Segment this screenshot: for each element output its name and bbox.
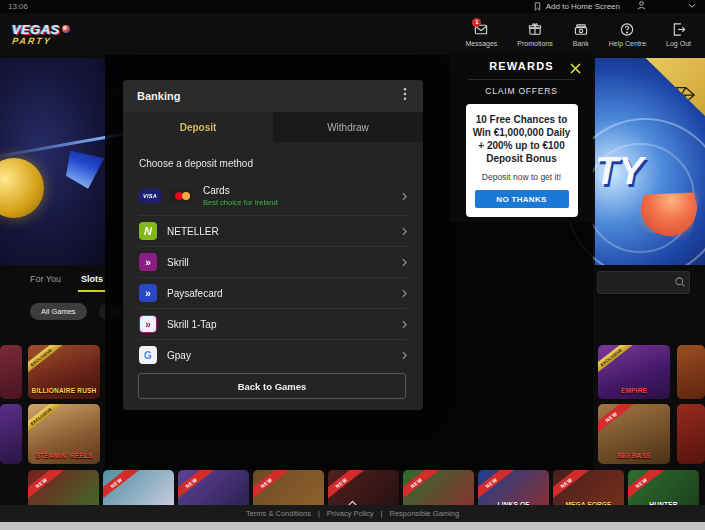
brand-line2: PARTY [11, 37, 70, 46]
exclusive-ribbon: EXCLUSIVE [28, 404, 67, 438]
tab-withdraw[interactable]: Withdraw [273, 112, 423, 142]
search-box[interactable] [597, 271, 690, 294]
gpay-icon: G [139, 346, 157, 364]
deposit-methods-list: VISA Cards Best choice for Ireland N NET… [139, 177, 407, 370]
nav-items: 1 Messages Promotions Bank Hel [465, 22, 691, 47]
footer-link-terms[interactable]: Terms & Conditions [246, 509, 311, 518]
tab-slots[interactable]: Slots [81, 274, 103, 292]
nav-bank-label: Bank [573, 40, 589, 47]
game-tile-partial[interactable] [0, 345, 22, 399]
game-title: BIG BASS [600, 452, 668, 459]
skrill-1tap-icon: » [139, 315, 157, 333]
method-label: Gpay [167, 350, 191, 361]
chevron-right-icon [402, 284, 407, 302]
chevron-right-icon [402, 253, 407, 271]
back-to-games-button[interactable]: Back to Games [138, 373, 406, 399]
chevron-down-icon[interactable] [687, 2, 697, 12]
gift-icon [527, 22, 543, 37]
skrill-icon: » [139, 253, 157, 271]
game-tile-partial[interactable] [0, 404, 22, 464]
exclusive-ribbon: EXCLUSIVE [28, 345, 67, 379]
offer-hint: Deposit now to get it! [472, 172, 572, 182]
nav-bar: VEGAS PARTY 1 Messages Promotions [0, 13, 705, 55]
method-label: Skrill 1-Tap [167, 319, 216, 330]
nav-bank[interactable]: Bank [573, 22, 589, 47]
page-bottom-strip [0, 522, 705, 530]
diamond-icon [664, 85, 698, 109]
footer-link-privacy[interactable]: Privacy Policy [327, 509, 374, 518]
new-ribbon: NEW [178, 470, 217, 505]
chevron-right-icon [402, 187, 407, 205]
method-gpay[interactable]: G Gpay [139, 339, 407, 370]
footer-separator: | [318, 509, 320, 518]
chevron-right-icon [402, 346, 407, 364]
exclusive-ribbon: EXCLUSIVE [598, 345, 637, 379]
game-tile-empire[interactable]: EXCLUSIVE EMPIRE [598, 345, 670, 399]
kebab-menu-icon[interactable] [401, 85, 409, 107]
add-to-home-button[interactable]: Add to Home Screen [533, 1, 620, 12]
game-tile-billionaire-rush[interactable]: EXCLUSIVE BILLIONAIRE RUSH [28, 345, 100, 399]
status-bar: 13:06 Add to Home Screen [0, 0, 705, 13]
hero-headline-fragment: TY [595, 150, 644, 193]
tab-for-you[interactable]: For You [30, 274, 61, 292]
method-label: NETELLER [167, 226, 219, 237]
search-icon [674, 274, 686, 292]
new-ribbon: NEW [478, 470, 517, 505]
clock: 13:06 [8, 2, 28, 11]
footer: Terms & Conditions | Privacy Policy | Re… [0, 505, 705, 522]
no-thanks-button[interactable]: NO THANKS [475, 190, 569, 208]
chevron-right-icon [402, 222, 407, 240]
game-title: EMPIRE [600, 387, 668, 394]
method-skrill[interactable]: » Skrill [139, 246, 407, 277]
messages-badge: 1 [472, 18, 481, 27]
nav-promotions[interactable]: Promotions [517, 22, 552, 47]
offer-card: 10 Free Chances to Win €1,000,000 Daily … [466, 104, 578, 217]
game-tile-partial[interactable] [677, 404, 705, 464]
new-ribbon: NEW [628, 470, 667, 505]
method-paysafecard[interactable]: » Paysafecard [139, 277, 407, 308]
nav-messages[interactable]: 1 Messages [465, 22, 497, 47]
new-ribbon: NEW [28, 470, 67, 505]
banknotes-icon [573, 22, 589, 37]
user-icon[interactable] [636, 0, 647, 13]
nav-log-out[interactable]: Log Out [666, 22, 691, 47]
nav-help-centre[interactable]: Help Centre [609, 22, 646, 47]
method-cards[interactable]: VISA Cards Best choice for Ireland [139, 177, 407, 215]
new-ribbon: NEW [598, 404, 637, 439]
neteller-icon: N [139, 222, 157, 240]
method-label: Cards [203, 185, 278, 196]
help-icon [619, 22, 635, 37]
game-tile-big-bass[interactable]: NEW BIG BASS [598, 404, 670, 464]
brand-logo[interactable]: VEGAS PARTY [12, 23, 70, 46]
rewards-panel: REWARDS CLAIM OFFERS 10 Free Chances to … [450, 50, 593, 222]
tab-deposit[interactable]: Deposit [123, 112, 273, 142]
search-input[interactable] [604, 278, 674, 287]
envelope-icon: 1 [473, 22, 489, 37]
footer-separator: | [381, 509, 383, 518]
banking-modal: Banking Deposit Withdraw Choose a deposi… [123, 80, 423, 410]
game-tile-steamin-reels[interactable]: EXCLUSIVE STEAMIN' REELS [28, 404, 100, 464]
nav-log-out-label: Log Out [666, 40, 691, 47]
paysafecard-icon: » [139, 284, 157, 302]
deposit-section-title: Choose a deposit method [139, 158, 407, 169]
footer-link-responsible-gaming[interactable]: Responsible Gaming [390, 509, 460, 518]
new-ribbon: NEW [253, 470, 292, 505]
offer-text: 10 Free Chances to Win €1,000,000 Daily … [472, 113, 572, 165]
mastercard-icon [171, 189, 193, 203]
claim-offers-label: CLAIM OFFERS [450, 86, 593, 96]
method-neteller[interactable]: N NETELLER [139, 215, 407, 246]
app-window: 13:06 Add to Home Screen VEGAS PARTY [0, 0, 705, 530]
game-tile-partial[interactable] [677, 345, 705, 399]
chevron-right-icon [402, 315, 407, 333]
game-title: BILLIONAIRE RUSH [30, 387, 98, 394]
visa-icon: VISA [139, 189, 161, 203]
game-title: STEAMIN' REELS [30, 452, 98, 459]
close-icon[interactable] [568, 58, 583, 80]
pill-all-games[interactable]: All Games [30, 303, 87, 320]
nav-help-centre-label: Help Centre [609, 40, 646, 47]
new-ribbon: NEW [553, 470, 592, 505]
modal-header: Banking [123, 80, 423, 112]
logout-icon [671, 22, 687, 37]
method-label: Skrill [167, 257, 189, 268]
method-skrill-1-tap[interactable]: » Skrill 1-Tap [139, 308, 407, 339]
